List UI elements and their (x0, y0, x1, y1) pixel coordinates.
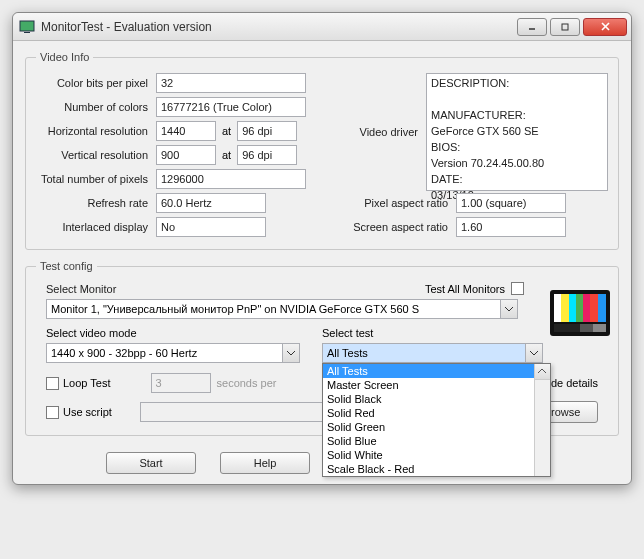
test-option[interactable]: Solid Black (323, 392, 534, 406)
help-button[interactable]: Help (220, 452, 310, 474)
refresh-label: Refresh rate (36, 197, 156, 209)
vres-label: Vertical resolution (36, 149, 156, 161)
svg-rect-0 (20, 21, 34, 31)
monitor-select-value: Monitor 1, "Универсальный монитор PnP" o… (51, 303, 419, 315)
test-option[interactable]: Scale Black - Red (323, 462, 534, 476)
select-monitor-label: Select Monitor (36, 283, 236, 295)
maximize-button[interactable] (550, 18, 580, 36)
use-script-checkbox[interactable] (46, 406, 59, 419)
interlaced-field[interactable]: No (156, 217, 266, 237)
test-option[interactable]: All Tests (323, 364, 534, 378)
select-test-select[interactable]: All Tests (322, 343, 543, 363)
refresh-field[interactable]: 60.0 Hertz (156, 193, 266, 213)
color-bits-label: Color bits per pixel (36, 77, 156, 89)
color-bits-field[interactable]: 32 (156, 73, 306, 93)
monitor-select[interactable]: Monitor 1, "Универсальный монитор PnP" o… (46, 299, 518, 319)
chevron-down-icon (525, 344, 542, 362)
scroll-up-icon[interactable] (535, 364, 550, 380)
close-icon (601, 22, 610, 31)
test-pattern-image (550, 290, 610, 336)
driver-field[interactable]: DESCRIPTION: MANUFACTURER: GeForce GTX 5… (426, 73, 608, 191)
window-title: MonitorTest - Evaluation version (41, 20, 514, 34)
select-test-dropdown[interactable]: All TestsMaster ScreenSolid BlackSolid R… (322, 363, 551, 477)
test-option[interactable]: Solid Blue (323, 434, 534, 448)
total-pixels-field[interactable]: 1296000 (156, 169, 306, 189)
video-mode-label: Select video mode (46, 327, 137, 339)
loop-seconds-field[interactable]: 3 (151, 373, 211, 393)
chevron-down-icon (282, 344, 299, 362)
test-option[interactable]: Master Screen (323, 378, 534, 392)
vres-field[interactable]: 900 (156, 145, 216, 165)
close-button[interactable] (583, 18, 627, 36)
interlaced-label: Interlaced display (36, 221, 156, 233)
vdpi-field[interactable]: 96 dpi (237, 145, 297, 165)
test-option[interactable]: Solid White (323, 448, 534, 462)
test-option[interactable]: Solid Red (323, 406, 534, 420)
start-button[interactable]: Start (106, 452, 196, 474)
par-label: Pixel aspect ratio (346, 197, 456, 209)
test-option[interactable]: Solid Green (323, 420, 534, 434)
video-mode-select[interactable]: 1440 x 900 - 32bpp - 60 Hertz (46, 343, 300, 363)
at-label-2: at (222, 149, 231, 161)
num-colors-label: Number of colors (36, 101, 156, 113)
scrollbar[interactable] (534, 364, 550, 476)
svg-rect-1 (24, 32, 30, 33)
test-config-legend: Test config (36, 260, 97, 272)
chevron-down-icon (500, 300, 517, 318)
video-info-group: Video Info Color bits per pixel32 Number… (25, 51, 619, 250)
svg-rect-3 (562, 24, 568, 30)
select-test-label: Select test (322, 327, 373, 339)
minimize-button[interactable] (517, 18, 547, 36)
video-mode-value: 1440 x 900 - 32bpp - 60 Hertz (51, 347, 197, 359)
test-all-label: Test All Monitors (425, 283, 505, 295)
test-config-group: Test config Select Monitor Test All Moni… (25, 260, 619, 436)
num-colors-field[interactable]: 16777216 (True Color) (156, 97, 306, 117)
total-pixels-label: Total number of pixels (36, 173, 156, 185)
app-window: MonitorTest - Evaluation version Video I… (12, 12, 632, 485)
loop-test-checkbox[interactable] (46, 377, 59, 390)
video-info-legend: Video Info (36, 51, 93, 63)
loop-test-label: Loop Test (63, 377, 111, 389)
par-field[interactable]: 1.00 (square) (456, 193, 566, 213)
test-all-checkbox[interactable] (511, 282, 524, 295)
minimize-icon (528, 23, 536, 31)
hres-label: Horizontal resolution (36, 125, 156, 137)
app-icon (19, 19, 35, 35)
maximize-icon (561, 23, 569, 31)
loop-suffix-label: seconds per (217, 377, 277, 389)
sar-field[interactable]: 1.60 (456, 217, 566, 237)
hres-field[interactable]: 1440 (156, 121, 216, 141)
use-script-label: Use script (63, 406, 112, 418)
mode-details-partial: ode details (545, 377, 598, 389)
at-label: at (222, 125, 231, 137)
sar-label: Screen aspect ratio (346, 221, 456, 233)
driver-label: Video driver (346, 126, 426, 138)
titlebar[interactable]: MonitorTest - Evaluation version (13, 13, 631, 41)
select-test-value: All Tests (327, 347, 368, 359)
hdpi-field[interactable]: 96 dpi (237, 121, 297, 141)
